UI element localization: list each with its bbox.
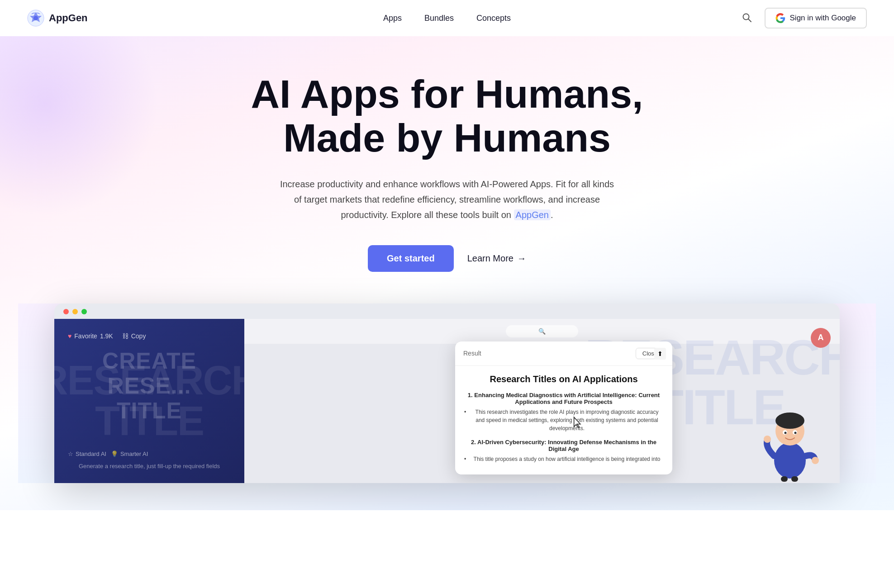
- svg-point-6: [775, 413, 804, 429]
- result-item-2-bullet: This title proposes a study on how artif…: [464, 455, 663, 463]
- browser-mockup: RESEARCHTITLE ♥ Favorite 1.9K ⛓ Copy: [54, 303, 840, 483]
- result-item-1-bullet: This research investigates the role AI p…: [464, 408, 663, 432]
- app-inner: RESEARCHTITLE ♥ Favorite 1.9K ⛓ Copy: [54, 319, 840, 483]
- signin-button[interactable]: Sign in with Google: [765, 8, 867, 28]
- signin-label: Sign in with Google: [790, 14, 856, 23]
- character-illustration: [754, 384, 826, 483]
- app-title-line1: CREATE RESE...: [68, 349, 231, 398]
- user-avatar: A: [811, 328, 831, 348]
- badge-standard: ☆ Standard AI: [68, 450, 106, 457]
- copy-label: Copy: [131, 332, 146, 340]
- svg-rect-14: [791, 476, 798, 482]
- browser-dot-green: [81, 309, 87, 314]
- logo-text: AppGen: [49, 12, 88, 24]
- svg-point-4: [774, 442, 806, 479]
- svg-point-1: [33, 16, 38, 20]
- hero-section: AI Apps for Humans, Made by Humans Incre…: [0, 36, 894, 510]
- get-started-button[interactable]: Get started: [368, 245, 454, 272]
- svg-point-9: [785, 432, 787, 434]
- hero-subtitle: Increase productivity and enhance workfl…: [275, 176, 619, 223]
- nav-links: Apps Bundles Concepts: [383, 14, 511, 23]
- svg-point-11: [764, 436, 771, 443]
- result-main-title: Research Titles on AI Applications: [464, 374, 663, 384]
- result-item-2-title: 2. AI-Driven Cybersecurity: Innovating D…: [464, 439, 663, 452]
- app-description: Generate a research title, just fill-up …: [68, 463, 231, 469]
- learn-more-button[interactable]: Learn More →: [467, 253, 526, 264]
- hero-actions: Get started Learn More →: [18, 245, 876, 272]
- app-actions: ♥ Favorite 1.9K ⛓ Copy: [68, 332, 231, 340]
- browser-inner: RESEARCHTITLE ♥ Favorite 1.9K ⛓ Copy: [54, 319, 840, 483]
- screen-section: RESEARCHTITLE ♥ Favorite 1.9K ⛓ Copy: [18, 303, 876, 483]
- copy-section: ⛓ Copy: [122, 332, 146, 340]
- result-item-1-title: 1. Enhancing Medical Diagnostics with Ar…: [464, 392, 663, 405]
- result-modal-header: Result Close: [455, 341, 672, 366]
- favorite-label: Favorite: [74, 332, 97, 340]
- logo-icon: [27, 9, 44, 27]
- result-item-1: 1. Enhancing Medical Diagnostics with Ar…: [464, 392, 663, 432]
- app-search-input[interactable]: 🔍: [506, 325, 578, 337]
- app-sidebar: RESEARCHTITLE ♥ Favorite 1.9K ⛓ Copy: [54, 319, 244, 483]
- result-modal: Result Close ⬆ Research Titles on AI App…: [455, 341, 672, 474]
- light-icon: 💡: [111, 450, 118, 457]
- search-button[interactable]: [738, 9, 756, 28]
- app-content-area: 🔍 RESEARCH TITLE A Result: [244, 319, 840, 483]
- copy-icon: ⛓: [122, 332, 128, 340]
- favorite-count: 1.9K: [100, 332, 113, 340]
- google-icon: [775, 13, 785, 23]
- logo[interactable]: AppGen: [27, 9, 88, 27]
- svg-line-3: [748, 19, 751, 22]
- hero-title: AI Apps for Humans, Made by Humans: [243, 72, 651, 160]
- nav-right: Sign in with Google: [738, 8, 867, 28]
- heart-icon: ♥: [68, 332, 71, 340]
- navbar: AppGen Apps Bundles Concepts Sign in wit…: [0, 0, 894, 36]
- app-badges: ☆ Standard AI 💡 Smarter AI: [68, 450, 231, 457]
- svg-rect-13: [781, 476, 788, 482]
- star-icon: ☆: [68, 450, 73, 457]
- nav-link-apps[interactable]: Apps: [383, 14, 402, 23]
- result-modal-body: ⬆ Research Titles on AI Applications 1. …: [455, 366, 672, 474]
- browser-dot-red: [63, 309, 69, 314]
- search-icon: [742, 13, 752, 23]
- appgen-link[interactable]: AppGen: [514, 209, 551, 220]
- badge-smarter: 💡 Smarter AI: [111, 450, 148, 457]
- favorite-section: ♥ Favorite 1.9K: [68, 332, 113, 340]
- character-svg: [761, 393, 819, 483]
- nav-link-bundles[interactable]: Bundles: [424, 14, 454, 23]
- app-main-title: CREATE RESE... TITLE: [68, 349, 231, 423]
- svg-point-10: [794, 432, 797, 434]
- nav-link-concepts[interactable]: Concepts: [476, 14, 511, 23]
- browser-dot-yellow: [72, 309, 78, 314]
- browser-bar: [54, 309, 840, 319]
- app-title-line2: TITLE: [68, 398, 231, 423]
- result-label: Result: [463, 350, 481, 357]
- result-item-2: 2. AI-Driven Cybersecurity: Innovating D…: [464, 439, 663, 463]
- svg-point-12: [812, 457, 819, 464]
